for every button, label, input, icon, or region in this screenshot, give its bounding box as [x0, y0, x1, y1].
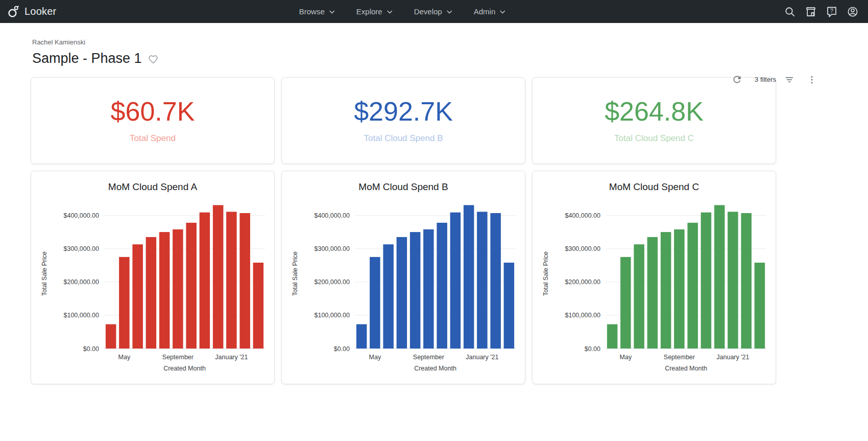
chevron-down-icon	[387, 10, 393, 14]
x-tick-label: January '21	[716, 354, 749, 361]
y-tick-label: $100,000.00	[314, 312, 350, 319]
nav-right-icons: ?	[784, 6, 868, 18]
refresh-icon	[732, 74, 742, 85]
filter-toggle-button[interactable]	[784, 75, 794, 85]
chart-tile-mom-cloud-spend-a: MoM Cloud Spend A $0.00$100,000.00$200,0…	[31, 171, 275, 384]
looker-brand[interactable]: Looker	[0, 5, 56, 18]
bar-10[interactable]	[239, 213, 250, 349]
bar-9[interactable]	[226, 212, 237, 349]
favorite-heart-icon[interactable]	[148, 54, 159, 65]
search-icon[interactable]	[784, 6, 796, 18]
breadcrumb[interactable]: Rachel Kamienski	[32, 38, 817, 46]
y-tick-label: $200,000.00	[63, 278, 99, 286]
y-tick-label: $100,000.00	[565, 312, 600, 319]
bar-chart-mom-cloud-spend-b[interactable]: $0.00$100,000.00$200,000.00$300,000.00$4…	[286, 196, 521, 372]
dashboard-grid: $60.7K Total Spend $292.7K Total Cloud S…	[31, 77, 773, 384]
top-nav-bar: Looker Browse Explore Develop Admin	[0, 0, 868, 23]
chart-tile-mom-cloud-spend-b: MoM Cloud Spend B $0.00$100,000.00$200,0…	[281, 171, 525, 384]
bar-6[interactable]	[437, 223, 447, 349]
bar-11[interactable]	[253, 263, 263, 349]
chevron-down-icon	[447, 10, 452, 14]
bar-1[interactable]	[620, 257, 631, 349]
bar-0[interactable]	[356, 324, 367, 349]
bar-2[interactable]	[132, 244, 143, 349]
more-options-button[interactable]	[807, 75, 817, 85]
kpi-tile-total-cloud-spend-c: $264.8K Total Cloud Spend C	[532, 77, 776, 164]
x-tick-label: May	[620, 354, 632, 361]
chevron-down-icon	[329, 10, 335, 14]
account-icon[interactable]	[847, 6, 859, 18]
page-title: Sample - Phase 1	[32, 51, 142, 66]
bar-3[interactable]	[146, 237, 157, 349]
x-tick-label: May	[369, 354, 381, 361]
bar-chart-mom-cloud-spend-a[interactable]: $0.00$100,000.00$200,000.00$300,000.00$4…	[35, 196, 270, 372]
y-tick-label: $400,000.00	[314, 212, 350, 219]
bar-8[interactable]	[714, 205, 725, 349]
bar-11[interactable]	[504, 263, 515, 349]
bar-8[interactable]	[213, 205, 224, 349]
menu-browse[interactable]: Browse	[299, 7, 335, 16]
bar-11[interactable]	[755, 263, 765, 349]
bar-10[interactable]	[490, 213, 501, 349]
bar-8[interactable]	[464, 205, 474, 349]
refresh-button[interactable]	[732, 74, 742, 85]
bar-0[interactable]	[106, 324, 116, 349]
x-tick-label: January '21	[215, 354, 248, 361]
bar-1[interactable]	[119, 257, 130, 349]
bar-5[interactable]	[423, 229, 434, 349]
y-axis-title: Total Sale Price	[542, 251, 549, 296]
bar-0[interactable]	[607, 324, 618, 349]
y-tick-label: $0.00	[83, 345, 99, 353]
bar-1[interactable]	[370, 257, 380, 349]
chart-title: MoM Cloud Spend B	[286, 181, 521, 193]
help-icon[interactable]: ?	[826, 6, 838, 18]
chart-title: MoM Cloud Spend A	[35, 181, 270, 193]
menu-admin[interactable]: Admin	[474, 7, 506, 16]
bar-6[interactable]	[687, 223, 698, 349]
y-axis-title: Total Sale Price	[41, 251, 48, 296]
y-tick-label: $200,000.00	[314, 278, 350, 286]
bar-4[interactable]	[661, 232, 671, 349]
menu-develop[interactable]: Develop	[414, 7, 452, 16]
bar-9[interactable]	[728, 212, 738, 349]
brand-name: Looker	[25, 6, 56, 17]
bar-5[interactable]	[173, 229, 183, 349]
kpi-label: Total Spend	[130, 133, 176, 144]
y-tick-label: $300,000.00	[565, 245, 600, 252]
bar-7[interactable]	[200, 213, 210, 349]
menu-explore[interactable]: Explore	[356, 7, 393, 16]
bar-chart-mom-cloud-spend-c[interactable]: $0.00$100,000.00$200,000.00$300,000.00$4…	[537, 196, 771, 372]
bar-4[interactable]	[159, 232, 170, 349]
kpi-label: Total Cloud Spend B	[364, 133, 443, 144]
bar-4[interactable]	[410, 232, 421, 349]
y-axis-title: Total Sale Price	[292, 251, 299, 296]
bar-9[interactable]	[477, 212, 488, 349]
y-tick-label: $300,000.00	[63, 245, 99, 252]
bar-2[interactable]	[383, 244, 394, 349]
kebab-menu-icon	[807, 75, 817, 85]
x-axis-title: Created Month	[665, 365, 707, 372]
kpi-value: $264.8K	[605, 98, 704, 125]
svg-text:?: ?	[830, 8, 833, 14]
x-axis-title: Created Month	[414, 365, 456, 372]
bar-5[interactable]	[674, 229, 685, 349]
bar-7[interactable]	[701, 213, 712, 349]
x-tick-label: September	[664, 354, 695, 361]
kpi-value: $60.7K	[111, 98, 195, 125]
bar-2[interactable]	[634, 244, 644, 349]
bar-10[interactable]	[741, 213, 752, 349]
dashboard-header: Rachel Kamienski Sample - Phase 1 3 filt…	[0, 23, 868, 66]
chevron-down-icon	[500, 10, 505, 14]
marketplace-icon[interactable]	[805, 6, 817, 18]
x-tick-label: September	[413, 354, 444, 361]
bar-7[interactable]	[450, 213, 461, 349]
looker-logo-icon	[7, 5, 20, 18]
bar-6[interactable]	[186, 223, 197, 349]
filters-count-label[interactable]: 3 filters	[755, 76, 776, 83]
bar-3[interactable]	[647, 237, 658, 349]
menu-browse-label: Browse	[299, 7, 325, 16]
bar-3[interactable]	[397, 237, 407, 349]
kpi-value: $292.7K	[354, 98, 453, 125]
dashboard-actions: 3 filters	[732, 74, 817, 85]
kpi-tile-total-cloud-spend-b: $292.7K Total Cloud Spend B	[281, 77, 525, 164]
